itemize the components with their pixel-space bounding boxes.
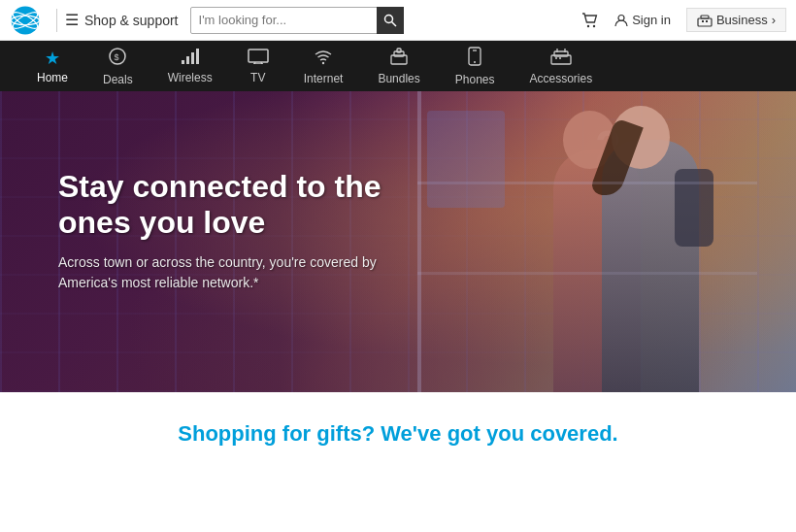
main-nav: ★ Home $ Deals Wireless: [0, 41, 796, 91]
nav-label-deals: Deals: [103, 73, 133, 86]
top-actions: Sign in Business ›: [581, 8, 786, 32]
business-chevron: ›: [772, 13, 776, 27]
svg-rect-18: [196, 49, 199, 64]
person-icon: [614, 14, 628, 27]
top-bar: ☰ Shop & support Sign in: [0, 0, 796, 41]
nav-item-phones[interactable]: Phones: [438, 41, 513, 91]
hamburger-icon: ☰: [65, 11, 79, 29]
shop-support-label: Shop & support: [84, 13, 179, 28]
phones-icon: [468, 47, 481, 71]
nav-item-wireless[interactable]: Wireless: [150, 41, 230, 91]
svg-point-23: [322, 61, 324, 63]
bottom-section: Shopping for gifts? We've got you covere…: [0, 392, 796, 466]
svg-rect-16: [186, 56, 189, 64]
internet-icon: [313, 48, 334, 70]
svg-text:$: $: [115, 52, 119, 62]
nav-label-accessories: Accessories: [530, 72, 593, 85]
hero-image-area: [417, 91, 757, 392]
nav-label-wireless: Wireless: [168, 71, 213, 84]
business-icon: [697, 14, 713, 27]
shop-support-menu[interactable]: ☰ Shop & support: [65, 11, 179, 29]
svg-point-4: [384, 15, 392, 22]
nav-label-tv: TV: [250, 71, 265, 84]
svg-point-7: [593, 24, 595, 26]
nav-item-internet[interactable]: Internet: [286, 41, 361, 91]
nav-item-bundles[interactable]: Bundles: [360, 41, 437, 91]
search-input[interactable]: [190, 7, 404, 34]
nav-label-phones: Phones: [455, 73, 495, 86]
svg-line-5: [391, 21, 396, 26]
svg-rect-15: [182, 60, 184, 64]
svg-rect-10: [701, 16, 709, 18]
nav-label-bundles: Bundles: [378, 72, 419, 85]
hero-content: Stay connected to the ones you love Acro…: [58, 169, 427, 293]
svg-point-28: [474, 61, 476, 63]
bottom-title: Shopping for gifts? We've got you covere…: [19, 421, 777, 447]
business-label: Business: [716, 13, 768, 27]
hero-title: Stay connected to the ones you love: [58, 169, 427, 241]
svg-rect-12: [706, 20, 708, 22]
att-logo[interactable]: [10, 5, 41, 36]
svg-rect-11: [702, 20, 704, 22]
svg-point-0: [12, 6, 40, 34]
accessories-icon: [550, 48, 572, 70]
deals-icon: $: [108, 47, 127, 71]
nav-item-deals[interactable]: $ Deals: [85, 41, 150, 91]
nav-label-home: Home: [37, 71, 68, 84]
cart-icon: [581, 13, 599, 28]
hero-section: 2 Stay connected to the ones you love Ac…: [0, 91, 796, 392]
nav-item-accessories[interactable]: Accessories: [513, 41, 611, 91]
nav-item-tv[interactable]: TV: [230, 41, 286, 91]
business-button[interactable]: Business ›: [686, 8, 786, 32]
svg-rect-9: [698, 18, 712, 26]
wireless-icon: [181, 49, 200, 69]
signin-label: Sign in: [632, 13, 671, 27]
cart-link[interactable]: [581, 13, 599, 28]
search-bar: [190, 7, 404, 34]
signin-link[interactable]: Sign in: [614, 13, 671, 27]
bundles-icon: [388, 48, 410, 70]
search-button[interactable]: [377, 7, 404, 34]
svg-rect-19: [249, 50, 268, 62]
nav-item-home[interactable]: ★ Home: [19, 41, 85, 91]
home-icon: ★: [45, 48, 60, 69]
svg-rect-17: [191, 52, 194, 64]
top-bar-divider: [56, 9, 57, 32]
tv-icon: [248, 49, 269, 69]
nav-label-internet: Internet: [304, 72, 344, 85]
hero-subtitle: Across town or across the country, you'r…: [58, 252, 427, 293]
svg-rect-26: [397, 49, 401, 52]
svg-point-6: [587, 24, 589, 26]
